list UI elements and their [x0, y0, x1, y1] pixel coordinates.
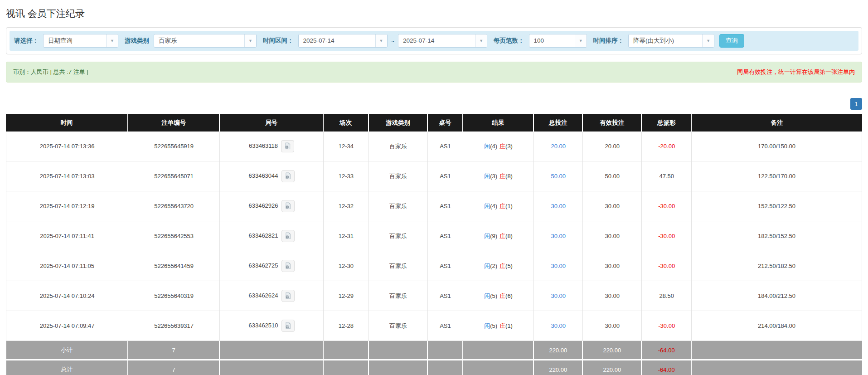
cell-table-no: AS1	[428, 221, 463, 251]
total-valid-bet: 220.00	[583, 360, 642, 375]
table-body: 2025-07-14 07:13:36 522655645919 6334631…	[6, 131, 862, 375]
film-file-icon	[285, 292, 291, 299]
page-1-button[interactable]: 1	[850, 98, 862, 110]
subtotal-row: 小计 7 220.00 220.00 -64.00	[6, 341, 862, 360]
cell-table-no: AS1	[428, 251, 463, 281]
cell-time: 2025-07-14 07:11:05	[6, 251, 128, 281]
pagination-top: 1	[6, 98, 862, 110]
banker-result-label: 庄	[499, 233, 505, 239]
game-type-dropdown[interactable]: 百家乐 ▼	[154, 34, 257, 48]
table-row: 2025-07-14 07:13:03 522655645071 6334630…	[6, 161, 862, 191]
page-size-label: 每页笔数：	[494, 37, 524, 45]
video-replay-button[interactable]	[281, 260, 295, 272]
column-header: 桌号	[428, 114, 463, 131]
subtotal-valid-bet: 220.00	[583, 341, 642, 360]
currency-total-text: 币别：人民币 | 总共 :7 注单 |	[13, 68, 88, 76]
range-tilde: ~	[391, 38, 395, 44]
time-range-label: 时间区间：	[263, 37, 294, 45]
cell-bet-id: 522655642553	[128, 221, 220, 251]
cell-time: 2025-07-14 07:13:03	[6, 161, 128, 191]
total-empty-cell	[220, 360, 324, 375]
game-type-label: 游戏类别	[125, 37, 149, 45]
chevron-down-icon[interactable]: ▼	[106, 34, 118, 47]
chevron-down-icon[interactable]: ▼	[575, 34, 587, 47]
film-file-icon	[285, 322, 291, 329]
table-row: 2025-07-14 07:13:36 522655645919 6334631…	[6, 131, 862, 161]
filter-bar: 请选择： 日期查询 ▼ 游戏类别 百家乐 ▼ 时间区间： 2025-07-14 …	[10, 31, 858, 51]
video-replay-button[interactable]	[281, 320, 295, 332]
cell-time: 2025-07-14 07:09:47	[6, 311, 128, 341]
table-row: 2025-07-14 07:11:41 522655642553 6334628…	[6, 221, 862, 251]
cell-round-id: 633463044	[220, 161, 324, 191]
cell-bet-id: 522655640319	[128, 281, 220, 311]
date-to-value: 2025-07-14	[398, 34, 475, 47]
cell-table-no: AS1	[428, 311, 463, 341]
time-sort-dropdown[interactable]: 降幂(由大到小) ▼	[628, 34, 714, 48]
subtotal-empty-cell	[324, 341, 369, 360]
cell-remark: 122.50/170.00	[692, 161, 862, 191]
video-replay-button[interactable]	[281, 170, 295, 182]
time-sort-value: 降幂(由大到小)	[629, 34, 702, 47]
cell-payout: 28.50	[642, 281, 692, 311]
banker-result-label: 庄	[499, 263, 505, 269]
cell-session: 12-34	[324, 131, 369, 161]
video-replay-button[interactable]	[281, 140, 294, 152]
chevron-down-icon[interactable]: ▼	[244, 34, 256, 47]
bet-records-table: 时间注单编号局号场次游戏类别桌号结果总投注有效投注总派彩备注 2025-07-1…	[6, 114, 862, 375]
table-row: 2025-07-14 07:10:24 522655640319 6334626…	[6, 281, 862, 311]
cell-session: 12-31	[324, 221, 369, 251]
cell-session: 12-30	[324, 251, 369, 281]
page: 视讯 会员下注纪录 请选择： 日期查询 ▼ 游戏类别 百家乐 ▼ 时间区间： 2…	[0, 0, 868, 375]
date-from-picker[interactable]: 2025-07-14 ▼	[298, 34, 388, 48]
search-button[interactable]: 查询	[719, 34, 744, 48]
chevron-down-icon[interactable]: ▼	[702, 34, 714, 47]
film-file-icon	[285, 202, 291, 209]
cell-payout: -20.00	[642, 131, 692, 161]
cell-result: 闲(5)庄(1)	[463, 311, 534, 341]
cell-round-id: 633462624	[220, 281, 324, 311]
cell-valid-bet: 20.00	[583, 131, 642, 161]
column-header: 备注	[692, 114, 862, 131]
cell-game-type: 百家乐	[369, 161, 428, 191]
cell-valid-bet: 30.00	[583, 311, 642, 341]
cell-table-no: AS1	[428, 281, 463, 311]
table-header-row: 时间注单编号局号场次游戏类别桌号结果总投注有效投注总派彩备注	[6, 114, 862, 131]
cell-result: 闲(2)庄(5)	[463, 251, 534, 281]
page-size-dropdown[interactable]: 100 ▼	[529, 34, 587, 48]
total-total-bet: 220.00	[534, 360, 583, 375]
cell-round-id: 633462510	[220, 311, 324, 341]
player-result-score: (4)	[490, 203, 497, 209]
player-result-score: (9)	[490, 233, 497, 239]
cell-total-bet: 30.00	[534, 251, 583, 281]
column-header: 结果	[463, 114, 534, 131]
date-to-picker[interactable]: 2025-07-14 ▼	[398, 34, 487, 48]
query-type-dropdown[interactable]: 日期查询 ▼	[43, 34, 118, 48]
cell-valid-bet: 30.00	[583, 281, 642, 311]
subtotal-total-bet: 220.00	[534, 341, 583, 360]
total-payout: -64.00	[642, 360, 692, 375]
player-result-score: (2)	[490, 263, 497, 269]
column-header: 时间	[6, 114, 128, 131]
cell-game-type: 百家乐	[369, 251, 428, 281]
video-replay-button[interactable]	[281, 290, 295, 302]
query-type-label: 请选择：	[14, 37, 39, 45]
column-header: 场次	[324, 114, 369, 131]
player-result-label: 闲	[484, 203, 490, 209]
cell-bet-id: 522655641459	[128, 251, 220, 281]
chevron-down-icon[interactable]: ▼	[475, 34, 487, 47]
video-replay-button[interactable]	[281, 230, 295, 242]
banker-result-score: (3)	[505, 143, 513, 150]
chevron-down-icon[interactable]: ▼	[375, 34, 387, 47]
player-result-label: 闲	[484, 263, 490, 269]
cell-result: 闲(5)庄(6)	[463, 281, 534, 311]
table-row: 2025-07-14 07:11:05 522655641459 6334627…	[6, 251, 862, 281]
cell-result: 闲(4)庄(1)	[463, 191, 534, 221]
subtotal-empty-cell	[692, 341, 862, 360]
player-result-label: 闲	[484, 233, 490, 239]
cell-bet-id: 522655645919	[128, 131, 220, 161]
column-header: 有效投注	[583, 114, 642, 131]
column-header: 局号	[220, 114, 324, 131]
video-replay-button[interactable]	[281, 200, 295, 212]
cell-session: 12-33	[324, 161, 369, 191]
player-result-score: (4)	[490, 143, 497, 150]
